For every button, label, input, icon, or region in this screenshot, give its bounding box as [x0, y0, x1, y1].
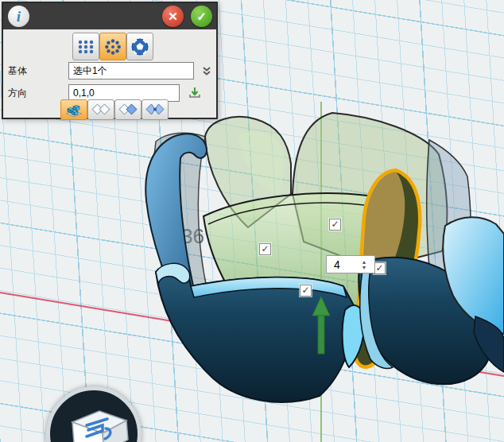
direction-label: 方向 [3, 87, 68, 100]
subtract-mode-button[interactable] [114, 99, 142, 120]
result-mode-toolbar [60, 99, 169, 120]
pattern-type-toolbar [72, 33, 153, 60]
nav-cube-icon [50, 401, 138, 442]
confirm-button[interactable]: ✓ [191, 6, 212, 27]
feature-checkbox-4[interactable]: ✓ [300, 285, 312, 297]
merge-mode-button[interactable] [87, 99, 114, 120]
circular-pattern-icon [103, 37, 122, 56]
rectangular-pattern-icon [76, 37, 95, 56]
circular-pattern-button[interactable] [99, 33, 126, 60]
spherical-pattern-icon [130, 37, 149, 56]
chevron-double-down-icon[interactable] [201, 65, 212, 76]
solid-bodies-icon [64, 102, 83, 118]
feature-checkbox-1[interactable]: ✓ [259, 243, 271, 255]
diamonds-blue-dot-icon [145, 103, 165, 117]
spherical-pattern-button[interactable] [126, 33, 153, 60]
diamond-white-blue-icon [118, 103, 138, 117]
info-icon[interactable]: i [8, 6, 29, 27]
cad-viewport[interactable]: 36 [0, 0, 504, 442]
feature-checkbox-2[interactable]: ✓ [329, 219, 341, 231]
pattern-count-input[interactable] [327, 257, 359, 272]
solid-bodies-button[interactable] [60, 99, 87, 120]
intersect-mode-button[interactable] [142, 99, 169, 120]
cancel-button[interactable]: ✕ [162, 6, 184, 27]
base-field-row: 基体 [3, 62, 212, 79]
direction-arrow-stem[interactable] [318, 316, 324, 354]
diamonds-white-icon [91, 103, 111, 117]
rectangular-pattern-button[interactable] [72, 33, 99, 60]
feature-checkbox-3[interactable]: ✓ [374, 262, 386, 274]
count-spinner[interactable]: ▲ ▼ [359, 259, 370, 270]
pick-direction-icon[interactable] [188, 87, 201, 99]
spinner-down-icon[interactable]: ▼ [359, 265, 370, 270]
base-label: 基体 [3, 64, 68, 78]
spinner-up-icon[interactable]: ▲ [359, 259, 370, 265]
base-input[interactable] [68, 62, 194, 79]
pattern-count-box[interactable]: ▲ ▼ [326, 255, 375, 273]
pattern-dialog: i ✕ ✓ [2, 2, 218, 119]
dialog-header[interactable]: i ✕ ✓ [3, 3, 216, 29]
